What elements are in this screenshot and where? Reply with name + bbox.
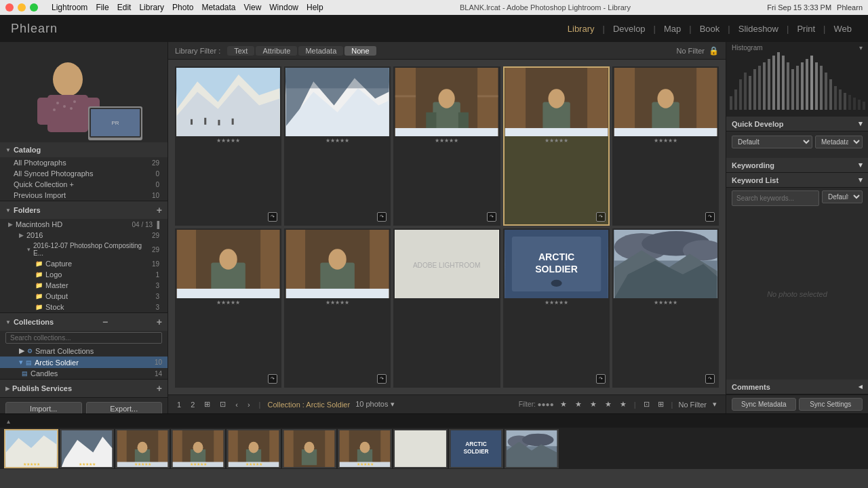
sync-settings-button[interactable]: Sync Settings xyxy=(799,398,863,411)
menu-metadata[interactable]: Metadata xyxy=(201,3,235,12)
grid-view-button[interactable]: ⊞ xyxy=(202,399,212,409)
filmstrip-photo-9[interactable]: ARCTIC SOLDIER xyxy=(449,429,503,468)
filmstrip-photo-4[interactable]: ★★★★★ xyxy=(171,429,225,468)
filmstrip-photo-3[interactable]: ★★★★★ xyxy=(115,429,170,468)
filmstrip-photo-5[interactable]: ★★★★★ xyxy=(226,429,281,468)
minimize-button[interactable] xyxy=(18,3,26,12)
folder-stock[interactable]: 📁 Stock 3 xyxy=(0,302,167,312)
filter-none[interactable]: None xyxy=(344,46,376,56)
catalog-previous-import[interactable]: Previous Import 10 xyxy=(0,190,167,201)
module-library[interactable]: Library xyxy=(562,22,600,35)
module-slideshow[interactable]: Slideshow xyxy=(733,22,784,35)
module-book[interactable]: Book xyxy=(694,22,726,35)
filmstrip-photo-1[interactable]: ★★★★★ xyxy=(4,429,58,468)
menu-photo[interactable]: Photo xyxy=(172,3,193,12)
folder-output[interactable]: 📁 Output 3 xyxy=(0,291,167,302)
menu-lightroom[interactable]: Lightroom xyxy=(52,3,87,12)
filter-options-button[interactable]: ▾ xyxy=(711,399,719,409)
filter-text[interactable]: Text xyxy=(227,46,254,56)
collections-header[interactable]: ▼ Collections − + xyxy=(0,313,167,331)
catalog-quick-collection[interactable]: Quick Collection + 0 xyxy=(0,179,167,190)
folders-add-button[interactable]: + xyxy=(157,205,162,216)
photo-cell-4[interactable]: 4 ★★★★★ ↷ xyxy=(503,66,610,226)
close-button[interactable] xyxy=(5,3,14,12)
filmstrip-expand-icon[interactable]: ▴ xyxy=(7,418,10,425)
filter-metadata[interactable]: Metadata xyxy=(298,46,343,56)
folder-macintosh-hd[interactable]: ▶ Macintosh HD 04 / 13 ▐ xyxy=(0,219,167,230)
module-map[interactable]: Map xyxy=(658,22,686,35)
menu-window[interactable]: Window xyxy=(269,3,298,12)
toolbar-page-2[interactable]: 2 xyxy=(189,400,197,409)
filter-lock-icon[interactable]: 🔒 xyxy=(709,46,719,56)
photo-cell-8[interactable]: 8 ADOBE LIGHTROOM xyxy=(393,228,500,388)
fullscreen-button[interactable] xyxy=(30,3,38,12)
folder-master[interactable]: 📁 Master 3 xyxy=(0,280,167,291)
svg-point-51 xyxy=(219,249,237,269)
sync-metadata-button[interactable]: Sync Metadata xyxy=(732,398,796,411)
filter-star-5[interactable]: ★ xyxy=(618,399,629,409)
filmstrip-header: ▴ xyxy=(0,414,868,428)
next-button[interactable]: › xyxy=(245,400,252,409)
folder-logo[interactable]: 📁 Logo 1 xyxy=(0,269,167,280)
filter-star-4[interactable]: ★ xyxy=(603,399,614,409)
saved-preset-select[interactable]: Default xyxy=(732,136,812,148)
filmstrip-photo-6[interactable] xyxy=(282,429,336,468)
import-button[interactable]: Import... xyxy=(5,402,82,413)
keyword-search-input[interactable] xyxy=(732,190,819,206)
prev-button[interactable]: ‹ xyxy=(233,400,240,409)
keywording-header[interactable]: Keywording ▾ xyxy=(726,158,868,173)
filmstrip-photo-2[interactable]: ★★★★★ xyxy=(60,429,114,468)
photo-cell-1[interactable]: 1 ★★★★ xyxy=(175,66,281,226)
module-print[interactable]: Print xyxy=(791,22,821,35)
photo-cell-3[interactable]: 3 xyxy=(393,66,500,226)
view-btn-1[interactable]: ⊡ xyxy=(642,399,652,409)
filter-star-2[interactable]: ★ xyxy=(573,399,584,409)
collections-add-button[interactable]: − xyxy=(102,317,108,327)
filter-attribute[interactable]: Attribute xyxy=(256,46,297,56)
catalog-synced[interactable]: All Synced Photographs 0 xyxy=(0,168,167,179)
svg-rect-126 xyxy=(284,430,294,467)
module-web[interactable]: Web xyxy=(829,22,858,35)
collection-search-input[interactable] xyxy=(5,332,162,344)
module-develop[interactable]: Develop xyxy=(608,22,651,35)
catalog-header[interactable]: ▼ Catalog xyxy=(0,142,167,157)
collection-label[interactable]: Collection : Arctic Soldier xyxy=(267,401,350,409)
folders-header[interactable]: ▼ Folders + xyxy=(0,201,167,219)
menu-library[interactable]: Library xyxy=(139,3,164,12)
histogram-dropdown[interactable]: ▾ xyxy=(859,44,863,52)
collection-candles[interactable]: ▤ Candles 14 xyxy=(0,368,167,379)
filmstrip-photo-8[interactable] xyxy=(393,429,448,468)
catalog-all-photos[interactable]: All Photographs 29 xyxy=(0,157,167,168)
photo-cell-6[interactable]: 6 ★★★★★ ↷ xyxy=(175,228,281,388)
photo-cell-9[interactable]: 9 ARCTIC SOLDIER ★★★★★ ↷ xyxy=(503,228,610,388)
folder-compositing[interactable]: ▾ 2016-12-07 Photoshop Compositing E... … xyxy=(0,241,167,258)
view-btn-2[interactable]: ⊞ xyxy=(656,399,666,409)
menu-edit[interactable]: Edit xyxy=(117,3,132,12)
photo-cell-7[interactable]: 7 ★★★★★ ↷ xyxy=(284,228,391,388)
collections-minus-button[interactable]: + xyxy=(157,317,162,327)
photo-cell-2[interactable]: 2 ★★★★★ ↷ xyxy=(284,66,391,226)
smart-collections-row[interactable]: ▶ ⚙ Smart Collections xyxy=(0,345,167,357)
filmstrip-photo-7[interactable]: ★★★★★ xyxy=(338,429,392,468)
filmstrip-photo-10[interactable] xyxy=(505,429,559,468)
metadata-select[interactable]: Metadata xyxy=(815,136,863,148)
toolbar-page-1[interactable]: 1 xyxy=(175,400,183,409)
folder-capture[interactable]: 📁 Capture 19 xyxy=(0,258,167,269)
menu-view[interactable]: View xyxy=(244,3,262,12)
quick-develop-header[interactable]: Quick Develop ▾ xyxy=(726,117,868,131)
menu-file[interactable]: File xyxy=(96,3,108,12)
loupe-view-button[interactable]: ⊡ xyxy=(218,399,228,409)
photo-cell-10[interactable]: 10 xyxy=(612,228,719,388)
collection-arctic-soldier[interactable]: ▾ ▤ Arctic Soldier 10 xyxy=(0,357,167,368)
publish-services-header[interactable]: ▶ Publish Services + xyxy=(0,380,167,397)
filter-star-1[interactable]: ★ xyxy=(558,399,569,409)
keyword-default-select[interactable]: Default xyxy=(822,190,863,203)
filter-star-3[interactable]: ★ xyxy=(588,399,599,409)
photo-cell-5[interactable]: 5 ★★★★★ ↷ xyxy=(612,66,719,226)
keyword-list-header[interactable]: Keyword List ▾ xyxy=(726,173,868,188)
comments-header[interactable]: Comments ◂ xyxy=(726,380,868,394)
menu-help[interactable]: Help xyxy=(307,3,323,12)
export-button[interactable]: Export... xyxy=(86,402,163,413)
publish-add-button[interactable]: + xyxy=(157,383,162,394)
folder-2016[interactable]: ▶ 2016 29 xyxy=(0,230,167,241)
